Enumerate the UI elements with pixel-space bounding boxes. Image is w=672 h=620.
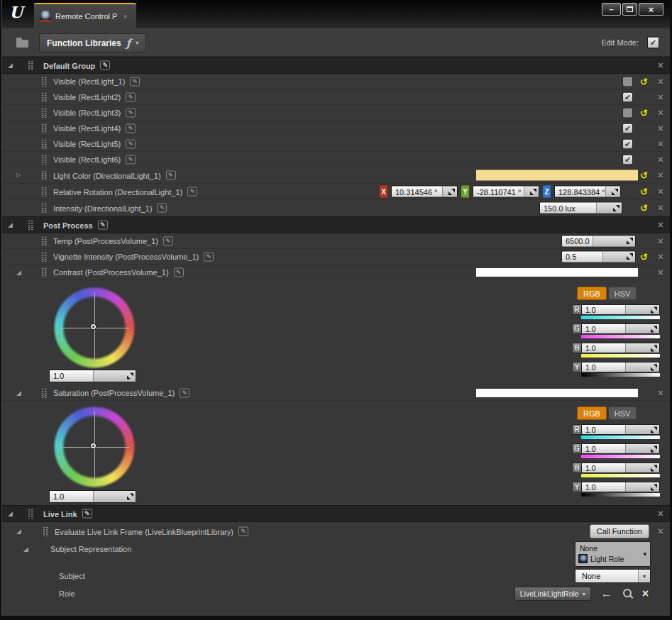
rename-icon[interactable]: ✎: [126, 92, 136, 101]
rotation-z-field[interactable]: 128.843384 °: [554, 186, 621, 198]
remove-group-icon[interactable]: ×: [658, 220, 663, 230]
drag-resize-icon[interactable]: [127, 373, 133, 380]
drag-resize-icon[interactable]: [651, 345, 657, 351]
drag-handle-icon[interactable]: [28, 220, 33, 230]
channel-value-field[interactable]: 1.0: [581, 304, 660, 315]
reset-to-default-icon[interactable]: ↺: [640, 77, 648, 86]
intensity-field[interactable]: 150.0 lux: [539, 202, 622, 214]
collapse-arrow-icon[interactable]: ◢: [23, 546, 28, 553]
channel-value-field[interactable]: 1.0: [581, 424, 660, 435]
rename-icon[interactable]: ✎: [126, 139, 136, 148]
drag-resize-icon[interactable]: [651, 426, 657, 433]
drag-handle-icon[interactable]: [41, 92, 47, 102]
collapse-arrow-icon[interactable]: ◢: [16, 269, 21, 275]
drag-resize-icon[interactable]: [448, 189, 455, 195]
drag-handle-icon[interactable]: [41, 123, 47, 133]
role-dropdown[interactable]: LiveLinkLightRole ▾: [514, 587, 591, 601]
drag-handle-icon[interactable]: [41, 170, 47, 180]
contrast-value-field[interactable]: 1.0: [49, 370, 136, 382]
remove-icon[interactable]: ×: [658, 170, 663, 180]
remove-icon[interactable]: ×: [658, 252, 663, 262]
use-selected-icon[interactable]: ←: [601, 588, 612, 599]
maximize-button[interactable]: [622, 3, 637, 16]
hsv-mode-button[interactable]: HSV: [608, 406, 637, 420]
drag-resize-icon[interactable]: [651, 445, 657, 452]
saturation-value-field[interactable]: 1.0: [49, 490, 136, 503]
drag-resize-icon[interactable]: [627, 238, 633, 244]
edit-mode-checkbox[interactable]: ✔: [647, 36, 659, 48]
call-function-button[interactable]: Call Function: [590, 524, 649, 538]
temp-field[interactable]: 6500.0: [561, 235, 636, 247]
remove-group-icon[interactable]: ×: [658, 509, 663, 519]
rename-icon[interactable]: ✎: [98, 221, 108, 230]
rename-icon[interactable]: ✎: [157, 204, 167, 213]
channel-gradient-track[interactable]: [581, 354, 660, 358]
wheel-center-marker[interactable]: [91, 324, 96, 329]
remove-icon[interactable]: ×: [658, 155, 663, 165]
saturation-color-swatch[interactable]: [476, 389, 638, 397]
minimize-button[interactable]: –: [602, 3, 621, 16]
channel-gradient-track[interactable]: [581, 493, 660, 497]
rename-icon[interactable]: ✎: [100, 61, 110, 70]
channel-gradient-track[interactable]: [581, 474, 660, 477]
rename-icon[interactable]: ✎: [163, 236, 173, 245]
channel-value-field[interactable]: 1.0: [581, 323, 660, 334]
drag-handle-icon[interactable]: [28, 60, 33, 70]
tab-close-icon[interactable]: ×: [123, 12, 127, 21]
drag-handle-icon[interactable]: [41, 77, 47, 87]
remove-icon[interactable]: ×: [658, 267, 663, 277]
wheel-center-marker[interactable]: [91, 443, 96, 448]
visibility-checkbox[interactable]: [622, 107, 633, 118]
rename-icon[interactable]: ✎: [174, 267, 184, 277]
remove-icon[interactable]: ×: [658, 203, 663, 213]
drag-resize-icon[interactable]: [612, 189, 618, 195]
rename-icon[interactable]: ✎: [180, 388, 189, 397]
rename-icon[interactable]: ✎: [204, 252, 214, 261]
drag-handle-icon[interactable]: [41, 267, 47, 277]
vignette-intensity-field[interactable]: 0.5: [561, 250, 636, 262]
rgb-mode-button[interactable]: RGB: [577, 406, 607, 420]
visibility-checkbox[interactable]: ✔: [622, 123, 633, 133]
remove-icon[interactable]: ×: [658, 139, 663, 149]
hsv-mode-button[interactable]: HSV: [608, 287, 637, 300]
rename-icon[interactable]: ✎: [130, 77, 140, 86]
channel-gradient-track[interactable]: [581, 316, 660, 319]
drag-handle-icon[interactable]: [28, 509, 33, 519]
saturation-color-wheel[interactable]: [53, 405, 136, 489]
remove-icon[interactable]: ×: [658, 123, 663, 133]
tab-remote-control-preset[interactable]: Remote Control P ×: [34, 3, 136, 28]
collapse-arrow-icon[interactable]: ◢: [8, 62, 13, 69]
channel-gradient-track[interactable]: [581, 436, 660, 439]
rename-icon[interactable]: ✎: [82, 509, 92, 519]
remove-group-icon[interactable]: ×: [658, 60, 663, 70]
rename-icon[interactable]: ✎: [126, 108, 136, 117]
reset-to-default-icon[interactable]: ↺: [640, 187, 648, 196]
drag-handle-icon[interactable]: [41, 139, 47, 149]
remove-icon[interactable]: ×: [658, 92, 663, 102]
remove-icon[interactable]: ×: [658, 77, 663, 87]
drag-resize-icon[interactable]: [530, 189, 536, 195]
drag-handle-icon[interactable]: [41, 187, 47, 196]
channel-gradient-track[interactable]: [581, 455, 660, 458]
rename-icon[interactable]: ✎: [187, 187, 197, 196]
light-color-swatch[interactable]: [476, 170, 638, 181]
visibility-checkbox[interactable]: ✔: [622, 92, 633, 102]
drag-handle-icon[interactable]: [41, 203, 47, 213]
reset-to-default-icon[interactable]: ↺: [640, 171, 648, 180]
channel-gradient-track[interactable]: [581, 335, 660, 338]
channel-value-field[interactable]: 1.0: [581, 482, 660, 492]
collapse-arrow-icon[interactable]: ◢: [16, 389, 21, 396]
drag-handle-icon[interactable]: [41, 252, 47, 262]
visibility-checkbox[interactable]: ✔: [622, 154, 633, 165]
browse-icon[interactable]: [622, 589, 632, 599]
contrast-color-wheel[interactable]: [53, 286, 136, 370]
collapse-arrow-icon[interactable]: ◢: [8, 511, 13, 517]
rename-icon[interactable]: ✎: [166, 171, 176, 180]
remove-icon[interactable]: ×: [658, 236, 663, 246]
drag-handle-icon[interactable]: [43, 526, 48, 536]
drag-resize-icon[interactable]: [651, 306, 657, 313]
drag-resize-icon[interactable]: [651, 326, 657, 332]
collapse-arrow-icon[interactable]: ◢: [16, 528, 21, 535]
drag-handle-icon[interactable]: [41, 108, 47, 118]
drag-resize-icon[interactable]: [613, 205, 619, 211]
